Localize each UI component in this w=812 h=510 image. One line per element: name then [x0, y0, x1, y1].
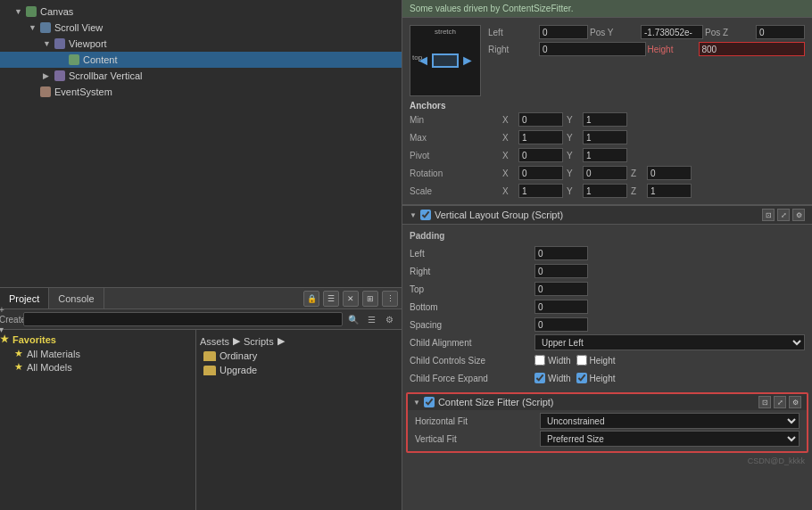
child-controls-label: Child Controls Size — [410, 356, 534, 366]
content-label: Content — [83, 54, 118, 65]
tab-actions: 🔒 ☰ ✕ ⊞ ⋮ — [303, 291, 402, 307]
bottom-content: ★ Favorites ★ All Materials ★ All Models… — [0, 330, 402, 510]
canvas-arrow: ▼ — [14, 7, 25, 16]
filter-icon[interactable]: ☰ — [364, 312, 378, 326]
padding-right-input[interactable] — [534, 264, 588, 278]
padding-left-input[interactable] — [534, 246, 588, 260]
left-label: Left — [488, 28, 537, 37]
right-rect-label: Right — [488, 45, 537, 54]
height-input[interactable] — [699, 42, 806, 56]
padding-bottom-input[interactable] — [534, 300, 588, 314]
min-y-input[interactable] — [583, 112, 627, 127]
padding-header: Padding — [410, 231, 534, 241]
vl-icon-1[interactable]: ⊡ — [762, 209, 775, 221]
force-width-checkbox[interactable] — [534, 373, 545, 383]
scrollview-label: Scroll View — [54, 22, 103, 33]
assets-upgrade[interactable]: Upgrade — [200, 363, 398, 377]
controls-width-checkbox[interactable] — [534, 355, 545, 366]
controls-height-item: Height — [576, 355, 616, 366]
menu-button[interactable]: ☰ — [323, 291, 339, 307]
pivot-y-input[interactable] — [583, 148, 627, 162]
posz-label: Pos Z — [705, 28, 754, 37]
search-icon[interactable]: 🔍 — [346, 312, 360, 326]
child-force-label: Child Force Expand — [410, 374, 534, 383]
right-input[interactable] — [539, 42, 646, 56]
rot-z-input[interactable] — [647, 166, 692, 180]
padding-header-row: Padding — [410, 227, 805, 243]
posy-input[interactable] — [641, 25, 703, 39]
child-force-checkboxes: Width Height — [534, 373, 615, 383]
vl-icon-2[interactable]: ⤢ — [777, 209, 790, 221]
right-panel: Some values driven by ContentSizeFitter.… — [402, 0, 812, 510]
cs-expand-arrow: ▼ — [413, 399, 420, 407]
folder-icon-2 — [203, 366, 216, 375]
padding-left-label: Left — [410, 249, 534, 259]
padding-top-input[interactable] — [534, 282, 588, 296]
settings-icon[interactable]: ⚙ — [382, 312, 396, 326]
horizontal-fit-label: Horizontal Fit — [415, 416, 540, 426]
vertical-fit-select[interactable]: Preferred Size — [540, 431, 800, 447]
rot-y-input[interactable] — [583, 166, 627, 180]
min-x-input[interactable] — [518, 112, 563, 127]
scale-x-input[interactable] — [518, 184, 563, 198]
padding-bottom-row: Bottom — [410, 299, 805, 315]
max-x-input[interactable] — [518, 130, 563, 144]
scale-y-input[interactable] — [583, 184, 627, 198]
tree-item-content[interactable]: Content — [0, 52, 402, 68]
tree-item-eventsystem[interactable]: EventSystem — [0, 84, 402, 100]
padding-top-label: Top — [410, 284, 534, 294]
tree-item-canvas[interactable]: ▼ Canvas — [0, 4, 402, 20]
tab-console[interactable]: Console — [49, 288, 104, 308]
tree-item-viewport[interactable]: ▼ Viewport — [0, 36, 402, 52]
favorites-models[interactable]: ★ All Models — [0, 360, 195, 374]
padding-top-row: Top — [410, 281, 805, 297]
cs-props: Horizontal Fit Unconstrained Vertical Fi… — [408, 410, 807, 451]
cs-enable-checkbox[interactable] — [424, 397, 435, 407]
rotation-label: Rotation — [410, 169, 499, 178]
favorites-materials[interactable]: ★ All Materials — [0, 347, 195, 360]
left-input[interactable] — [539, 25, 588, 39]
expand-button[interactable]: ⊞ — [362, 291, 378, 307]
content-size-header[interactable]: ▼ Content Size Fitter (Script) ⊡ ⤢ ⚙ — [408, 394, 807, 410]
lock-button[interactable]: 🔒 — [303, 291, 319, 307]
scale-z-input[interactable] — [647, 184, 692, 198]
tree-item-scrollview[interactable]: ▼ Scroll View — [0, 20, 402, 36]
vertical-layout-header[interactable]: ▼ Vertical Layout Group (Script) ⊡ ⤢ ⚙ — [402, 205, 812, 225]
cs-icon-1[interactable]: ⊡ — [758, 396, 771, 408]
vl-enable-checkbox[interactable] — [420, 210, 431, 220]
pivot-x-input[interactable] — [518, 148, 563, 162]
posz-input[interactable] — [756, 25, 805, 39]
cs-icon-3[interactable]: ⚙ — [789, 396, 801, 408]
horizontal-fit-select[interactable]: Unconstrained — [540, 413, 800, 429]
child-alignment-row: Child Alignment Upper Left — [410, 334, 805, 350]
max-y-input[interactable] — [583, 130, 627, 144]
rotation-row: Rotation X Y Z — [402, 165, 812, 181]
options-button[interactable]: ⋮ — [382, 291, 398, 307]
vl-icon-3[interactable]: ⚙ — [792, 209, 805, 221]
force-height-item: Height — [576, 373, 616, 383]
force-height-checkbox[interactable] — [576, 373, 587, 383]
assets-panel: Assets ▶ Scripts ▶ Ordinary Upgrade — [196, 330, 402, 510]
height-label: Height — [648, 45, 697, 54]
rot-x-input[interactable] — [518, 166, 563, 180]
controls-height-label: Height — [590, 356, 616, 366]
cs-icon-2[interactable]: ⤢ — [774, 396, 786, 408]
assets-ordinary[interactable]: Ordinary — [200, 349, 398, 363]
eventsystem-label: EventSystem — [54, 86, 112, 97]
tree-item-scrollbar[interactable]: ▶ Scrollbar Vertical — [0, 68, 402, 84]
child-alignment-select[interactable]: Upper Left — [534, 334, 805, 350]
preview-area: stretch ◄ ► top Left — [402, 21, 812, 100]
controls-width-item: Width — [534, 355, 571, 366]
controls-width-label: Width — [548, 356, 571, 366]
scrollview-arrow: ▼ — [29, 23, 39, 32]
force-height-label: Height — [590, 374, 616, 383]
spacing-input[interactable] — [534, 317, 588, 332]
posy-label: Pos Y — [590, 28, 639, 37]
viewport-label: Viewport — [69, 38, 107, 49]
controls-height-checkbox[interactable] — [576, 355, 587, 366]
scrollview-icon — [39, 21, 52, 34]
search-input[interactable] — [23, 312, 343, 326]
close-tab-button[interactable]: ✕ — [343, 291, 359, 307]
vl-props: Padding Left Right Top Bottom — [402, 225, 812, 391]
create-button[interactable]: + Create ▾ — [5, 312, 20, 326]
